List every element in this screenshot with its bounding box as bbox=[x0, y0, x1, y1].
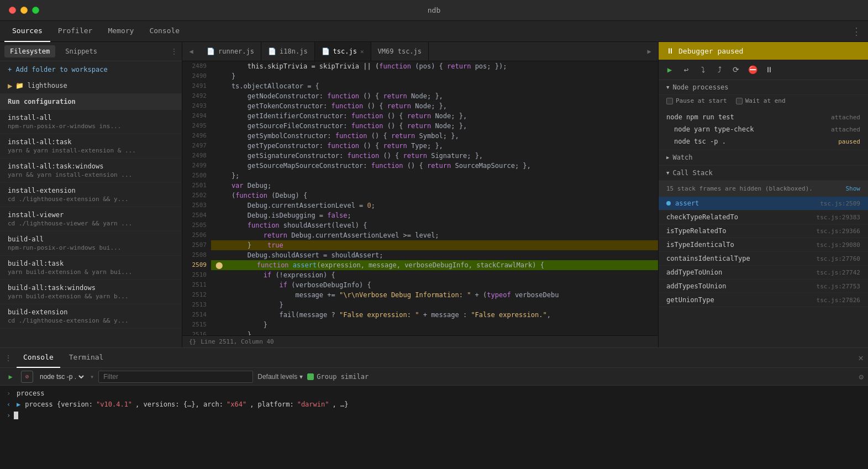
code-lines[interactable]: this.skipTrivia = skipTrivia || (functio… bbox=[211, 61, 658, 335]
editor-nav-back[interactable]: ◀ bbox=[182, 48, 200, 55]
code-editor[interactable]: 2489 2490 2491 2492 2493 2494 2495 2496 … bbox=[182, 61, 658, 335]
run-item[interactable]: build-all:task:windows yarn build-extens… bbox=[0, 280, 182, 304]
console-tab-more[interactable]: ⋮ bbox=[4, 354, 12, 362]
code-line: }, bbox=[211, 330, 658, 335]
debug-resume-button[interactable]: ▶ bbox=[663, 63, 676, 76]
stack-frame[interactable]: isTypeIdenticalTo tsc.js:29080 bbox=[659, 238, 868, 252]
add-folder-button[interactable]: + Add folder to workspace bbox=[0, 61, 182, 78]
run-item[interactable]: install-all:task:windows yarn && yarn in… bbox=[0, 159, 182, 183]
expand-icon[interactable]: ▶ bbox=[17, 401, 20, 408]
call-stack-section: ▼ Call Stack 15 stack frames are hidden … bbox=[659, 166, 868, 347]
wait-at-end-checkbox[interactable] bbox=[736, 98, 743, 104]
console-run-button[interactable]: ▶ bbox=[4, 371, 17, 383]
run-item[interactable]: build-all:task yarn build-extension & ya… bbox=[0, 256, 182, 280]
tab-profiler[interactable]: Profiler bbox=[50, 21, 101, 42]
process-item-paused[interactable]: node tsc -p . paused bbox=[659, 135, 868, 147]
code-line: message += "\r\nVerbose Debug Informatio… bbox=[211, 290, 658, 300]
console-levels-button[interactable]: Default levels ▾ bbox=[257, 373, 303, 381]
debug-stepover-button[interactable]: ↩ bbox=[680, 63, 693, 76]
run-item[interactable]: install-all:task yarn & yarn install-ext… bbox=[0, 134, 182, 159]
process-item[interactable]: node yarn type-check attached bbox=[659, 123, 868, 135]
stack-frame[interactable]: addTypesToUnion tsc.js:27753 bbox=[659, 280, 868, 293]
stack-frame[interactable]: containsIdenticalType tsc.js:27760 bbox=[659, 252, 868, 266]
editor-tabs: ◀ 📄 runner.js 📄 i18n.js 📄 tsc.js ✕ VM69 … bbox=[182, 42, 658, 61]
editor-tab-runner[interactable]: 📄 runner.js bbox=[200, 42, 261, 61]
minimize-button[interactable] bbox=[20, 7, 28, 14]
console-input-line[interactable]: › bbox=[0, 410, 868, 421]
console-process-select[interactable]: node tsc -p . bbox=[38, 372, 86, 381]
run-item[interactable]: build-extension cd ./lighthouse-extensio… bbox=[0, 304, 182, 329]
pause-icon: ⏸ bbox=[666, 46, 674, 55]
console-close-button[interactable]: ✕ bbox=[858, 352, 864, 363]
console-filter-input[interactable] bbox=[98, 371, 253, 383]
file-icon: 📄 bbox=[322, 48, 330, 55]
close-button[interactable] bbox=[9, 7, 16, 14]
call-stack-list: 15 stack frames are hidden (blackboxed).… bbox=[659, 181, 868, 347]
show-blackboxed-button[interactable]: Show bbox=[846, 185, 861, 192]
window-title: ndb bbox=[428, 6, 440, 14]
debug-pause-button[interactable]: ⏸ bbox=[762, 63, 776, 76]
stack-frame[interactable]: getUnionType tsc.js:27826 bbox=[659, 293, 868, 307]
folder-icon: 📁 bbox=[15, 82, 24, 89]
stack-frame[interactable]: checkTypeRelatedTo tsc.js:29383 bbox=[659, 210, 868, 224]
run-items-list: install-all npm-run-posix-or-windows ins… bbox=[0, 110, 182, 347]
run-item[interactable]: install-extension cd ./lighthouse-extens… bbox=[0, 183, 182, 207]
editor-run-button[interactable]: ▶ bbox=[640, 48, 658, 55]
code-line: if (!expression) { bbox=[211, 270, 658, 280]
debug-stepout-button[interactable]: ⤴ bbox=[713, 63, 726, 76]
debug-panel: ⏸ Debugger paused ▶ ↩ ⤵ ⤴ ⟳ ⛔ ⏸ ▼ Node p… bbox=[658, 42, 868, 347]
code-line: getIdentifierConstructor: function () { … bbox=[211, 111, 658, 121]
pause-at-start-checkbox[interactable] bbox=[666, 98, 673, 104]
lighthouse-folder[interactable]: ▶ 📁 lighthouse bbox=[0, 78, 182, 93]
code-line: (function (Debug) { bbox=[211, 191, 658, 201]
tab-sources[interactable]: Sources bbox=[4, 21, 50, 42]
run-item[interactable]: install-viewer cd ./lighthouse-viewer &&… bbox=[0, 207, 182, 231]
sidebar-tabs-more[interactable]: ⋮ bbox=[171, 48, 177, 55]
console-settings-button[interactable]: ⚙ bbox=[859, 372, 864, 381]
tab-console-main[interactable]: Console bbox=[141, 21, 187, 42]
editor-tab-vm69[interactable]: VM69 tsc.js bbox=[371, 42, 429, 61]
run-config-header: Run configuration bbox=[0, 93, 182, 110]
sidebar-tab-filesystem[interactable]: Filesystem bbox=[4, 45, 55, 57]
console-line[interactable]: › process bbox=[0, 388, 868, 399]
debugger-paused-banner: ⏸ Debugger paused bbox=[659, 42, 868, 60]
main-tab-bar: Sources Profiler Memory Console ⋮ bbox=[0, 21, 868, 42]
console-tab-terminal[interactable]: Terminal bbox=[62, 348, 111, 368]
maximize-button[interactable] bbox=[32, 7, 39, 14]
code-line: return Debug.currentAssertionLevel >= le… bbox=[211, 230, 658, 240]
group-similar-option[interactable]: Group similar bbox=[307, 373, 369, 381]
stack-frame[interactable]: isTypeRelatedTo tsc.js:29366 bbox=[659, 224, 868, 238]
pause-at-start-option[interactable]: Pause at start bbox=[666, 97, 727, 104]
editor-tab-tsc[interactable]: 📄 tsc.js ✕ bbox=[315, 42, 371, 61]
node-processes-section: ▼ Node processes Pause at start Wait at … bbox=[659, 80, 868, 150]
watch-section: ▶ Watch bbox=[659, 150, 868, 166]
code-line: getSourceMapSourceConstructor: function … bbox=[211, 161, 658, 171]
console-output: › process ‹ ▶ process {version: "v10.4.1… bbox=[0, 386, 868, 469]
console-stop-button[interactable]: ⊘ bbox=[21, 371, 33, 383]
group-similar-checkbox[interactable] bbox=[307, 373, 314, 380]
blackboxed-notice: 15 stack frames are hidden (blackboxed).… bbox=[659, 181, 868, 197]
run-item[interactable]: build-all npm-run-posix-or-windows bui..… bbox=[0, 231, 182, 256]
stack-frame[interactable]: addTypeToUnion tsc.js:27742 bbox=[659, 266, 868, 280]
call-stack-header[interactable]: ▼ Call Stack bbox=[659, 166, 868, 181]
console-process-label: process bbox=[17, 389, 45, 397]
wait-at-end-option[interactable]: Wait at end bbox=[736, 97, 786, 104]
watch-header[interactable]: ▶ Watch bbox=[659, 150, 868, 165]
node-processes-header[interactable]: ▼ Node processes bbox=[659, 80, 868, 95]
tab-more-button[interactable]: ⋮ bbox=[851, 25, 861, 37]
debug-deactivate-button[interactable]: ⛔ bbox=[746, 63, 759, 76]
file-icon: 📄 bbox=[207, 48, 215, 55]
code-line: this.skipTrivia = skipTrivia || (functio… bbox=[211, 61, 658, 71]
run-item[interactable]: install-all npm-run-posix-or-windows ins… bbox=[0, 110, 182, 134]
process-item[interactable]: node npm run test attached bbox=[659, 111, 868, 123]
stack-frame-active[interactable]: assert tsc.js:2509 bbox=[659, 197, 868, 210]
editor-tab-i18n[interactable]: 📄 i18n.js bbox=[261, 42, 315, 61]
debug-stepback-button[interactable]: ⟳ bbox=[729, 63, 743, 76]
tab-memory[interactable]: Memory bbox=[100, 21, 141, 42]
sidebar-tab-snippets[interactable]: Snippets bbox=[60, 45, 103, 57]
debug-stepinto-button[interactable]: ⤵ bbox=[696, 63, 709, 76]
console-tab-console[interactable]: Console bbox=[17, 348, 60, 368]
tab-close-icon[interactable]: ✕ bbox=[360, 48, 364, 55]
code-line: getSymbolConstructor: function () { retu… bbox=[211, 131, 658, 141]
expand-arrow-icon: › bbox=[7, 389, 13, 397]
